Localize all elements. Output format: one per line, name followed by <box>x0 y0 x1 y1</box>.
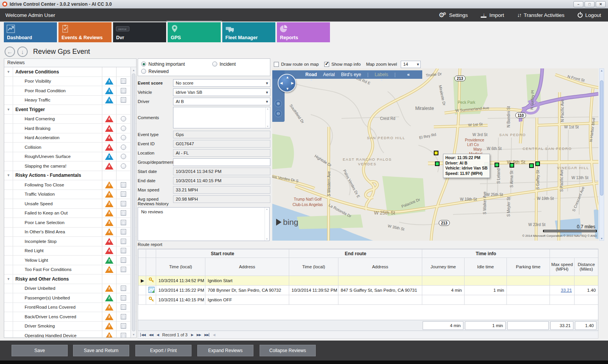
review-item-row[interactable]: Front/Road Lens Covered3 <box>4 303 136 312</box>
review-item-row[interactable]: Failed to Keep an Out3 <box>4 209 136 218</box>
maximize-button[interactable]: □ <box>585 1 595 7</box>
map-nav-birdseye[interactable]: Bird's eye <box>341 72 361 77</box>
radio-incident[interactable]: Incident <box>212 60 236 68</box>
review-checkbox[interactable] <box>121 286 126 291</box>
scroll-thumb[interactable] <box>600 80 603 196</box>
review-checkbox[interactable] <box>121 97 126 103</box>
expander-icon[interactable]: ▼ <box>4 70 13 74</box>
map-compass[interactable]: ▲▼◀▶ <box>278 74 296 92</box>
map-nav-aerial[interactable]: Aerial <box>323 72 335 77</box>
route-point-marker-green[interactable] <box>510 163 514 168</box>
review-item-row[interactable]: Hard Cornering4 <box>4 115 136 124</box>
record-first-button[interactable]: ◀◀ <box>140 333 145 337</box>
review-checkbox[interactable] <box>121 295 126 301</box>
driver-combo[interactable]: Al B <box>173 98 270 105</box>
review-item-row[interactable]: Hard Acceleration4 <box>4 133 136 143</box>
review-item-row[interactable]: Poor Visibility1 <box>4 77 136 86</box>
map-zoom-out-button[interactable]: ⊖ <box>275 110 282 117</box>
expander-icon[interactable]: ▼ <box>4 108 13 111</box>
draw-route-checkbox[interactable] <box>274 62 279 67</box>
save-button[interactable]: Save <box>12 345 68 356</box>
review-item-row[interactable]: Rough/Uneven Surface1 <box>4 152 136 162</box>
map-scrollbar[interactable]: ▲ ▼ <box>599 68 604 241</box>
tab-events-reviews[interactable]: Events & Reviews <box>58 22 112 42</box>
review-checkbox[interactable] <box>121 323 126 329</box>
radio-icon[interactable] <box>141 69 146 74</box>
route-table-row[interactable]: ▶10/3/2014 11:34:52 PMIgnition Start <box>138 276 598 286</box>
review-item-row[interactable]: Unsafe Speed3 <box>4 199 136 209</box>
import-button[interactable]: ↓ Import <box>481 12 504 18</box>
col-max-speed[interactable]: Max speed (MPH) <box>550 258 575 276</box>
review-item-row[interactable]: Driver Smoking3 <box>4 322 136 331</box>
map-zoom-in-button[interactable]: ⊕ <box>275 100 282 107</box>
review-item-row[interactable]: Incomplete Stop4 <box>4 237 136 246</box>
review-checkbox[interactable] <box>121 304 126 310</box>
review-checkbox[interactable] <box>121 258 126 263</box>
record-next-page-button[interactable]: ▶▶ <box>197 333 201 337</box>
col-journey-time[interactable]: Journey time <box>422 258 465 276</box>
route-point-marker-yellow[interactable] <box>434 151 438 155</box>
record-prev-page-button[interactable]: ◀◀ <box>149 333 153 337</box>
reviews-history-scrollbar[interactable] <box>265 208 269 241</box>
review-checkbox[interactable] <box>121 267 126 272</box>
show-map-info-checkbox[interactable] <box>324 62 329 67</box>
review-radio[interactable] <box>121 145 126 150</box>
route-table-row[interactable]: 10/3/2014 11:40:15 PMIgnition OFF <box>138 295 598 305</box>
expand-reviews-button[interactable]: Expand Reviews <box>197 345 253 356</box>
back-button[interactable]: ← <box>5 47 15 57</box>
settings-button[interactable]: ⚙⚙ Settings <box>438 12 468 18</box>
review-item-row[interactable]: Back/Driver Lens Covered3 <box>4 312 136 322</box>
max-speed-link[interactable]: 33.21 <box>561 288 572 293</box>
col-start-address[interactable]: Address <box>205 258 289 276</box>
col-end-address[interactable]: Address <box>338 258 422 276</box>
minimize-button[interactable]: – <box>573 1 583 7</box>
col-end-time[interactable]: Time (local) <box>289 258 338 276</box>
comments-textarea[interactable] <box>173 107 270 128</box>
review-item-row[interactable]: Too Fast For Conditions3 <box>4 265 136 275</box>
record-next-button[interactable]: ▶ <box>191 333 193 337</box>
map-nav-collapse[interactable]: « <box>407 72 410 77</box>
review-checkbox[interactable] <box>121 314 126 319</box>
reviews-group-row[interactable]: ▼Risky and Other Actions <box>4 274 136 284</box>
review-item-row[interactable]: Poor Lane Selection3 <box>4 218 136 228</box>
expander-icon[interactable]: ▼ <box>4 173 13 177</box>
scroll-up-icon[interactable]: ▲ <box>131 68 136 73</box>
down-button[interactable]: ↓ <box>17 47 28 57</box>
review-item-row[interactable]: Driver Unbelted3 <box>4 284 136 294</box>
review-checkbox[interactable] <box>121 210 126 216</box>
scroll-up-icon[interactable]: ▲ <box>600 69 604 72</box>
review-checkbox[interactable] <box>121 248 126 253</box>
radio-nothing-important[interactable]: Nothing important <box>141 60 267 68</box>
review-checkbox[interactable] <box>121 191 126 197</box>
route-point-marker-green[interactable] <box>495 163 499 167</box>
route-point-marker-green[interactable] <box>435 161 440 166</box>
col-start-time[interactable]: Time (local) <box>156 258 205 276</box>
reviews-scrollbar[interactable]: ▲ ▼ <box>131 68 136 337</box>
col-distance[interactable]: Distance (Miles) <box>575 258 598 276</box>
review-checkbox[interactable] <box>121 78 126 84</box>
close-button[interactable]: ✕ <box>596 1 606 7</box>
scroll-down-icon[interactable]: ▼ <box>600 237 604 240</box>
reviews-group-row[interactable]: ▼Risky Actions - Fundamentals <box>4 171 136 181</box>
route-point-marker-green[interactable] <box>535 161 540 166</box>
tab-dvr[interactable]: MERGE Dvr <box>113 22 166 42</box>
expander-icon[interactable]: ▼ <box>4 277 13 281</box>
logout-button[interactable]: Logout <box>578 12 601 18</box>
map-zoom-level-combo[interactable]: 14 <box>401 61 421 68</box>
vehicle-combo[interactable]: idrive Van SB <box>173 88 270 96</box>
map-nav-road[interactable]: Road <box>305 72 317 77</box>
review-radio[interactable] <box>121 154 126 159</box>
route-point-marker-green[interactable] <box>529 163 534 168</box>
review-item-row[interactable]: Slapping the camera!4 <box>4 161 136 171</box>
radio-reviewed[interactable]: Reviewed <box>141 68 267 75</box>
review-item-row[interactable]: Yellow Light2 <box>4 256 136 265</box>
col-parking-time[interactable]: Parking time <box>507 258 550 276</box>
tab-reports[interactable]: Reports <box>277 22 330 42</box>
map-nav-labels[interactable]: Labels <box>375 72 388 77</box>
review-radio[interactable] <box>121 116 126 121</box>
radio-icon[interactable] <box>141 61 146 66</box>
save-and-return-button[interactable]: Save and Return <box>73 345 129 356</box>
review-item-row[interactable]: Hard Braking4 <box>4 124 136 133</box>
review-radio[interactable] <box>121 135 126 140</box>
tab-gps[interactable]: GPS <box>168 22 221 42</box>
